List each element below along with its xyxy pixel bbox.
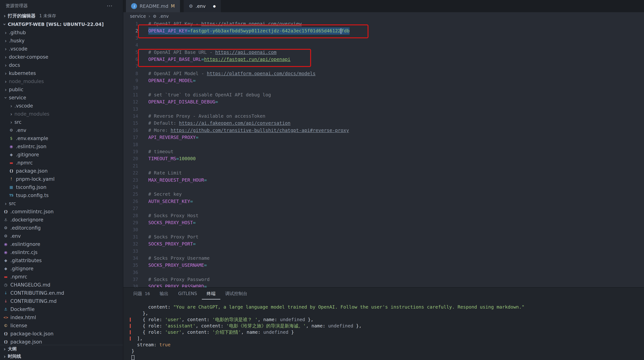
- tree-folder-kubernetes[interactable]: ›kubernetes: [0, 69, 123, 77]
- editor-line-14[interactable]: 14# Reverse Proxy - Available on accessT…: [123, 113, 644, 120]
- editor-line-12[interactable]: 12OPENAI_API_DISABLE_DEBUG=: [123, 98, 644, 105]
- tree-file-.eslintignore[interactable]: ◉.eslintignore: [0, 240, 123, 248]
- tree-file-.gitignore[interactable]: ◆.gitignore: [0, 265, 123, 273]
- tree-file-.env.example[interactable]: $.env.example: [0, 134, 123, 142]
- editor-line-29[interactable]: 29SOCKS_PROXY_HOST=: [123, 219, 644, 226]
- editor-line-5[interactable]: 5# OpenAI API Base URL - https://api.ope…: [123, 49, 644, 56]
- tree-folder-.github[interactable]: ›.github: [0, 28, 123, 37]
- tab-env[interactable]: ⚙.env●: [184, 0, 221, 12]
- editor-line-33[interactable]: 33: [123, 248, 644, 255]
- chevron-right-icon[interactable]: ›: [2, 201, 9, 206]
- chevron-down-icon[interactable]: ›: [2, 21, 8, 27]
- editor-line-17[interactable]: 17API_REVERSE_PROXY=: [123, 134, 644, 141]
- editor-line-13[interactable]: 13: [123, 106, 644, 113]
- tree-file-.env[interactable]: ⚙.env: [0, 232, 123, 240]
- tree-file-package.json[interactable]: {}package.json: [0, 167, 123, 175]
- editor-line-32[interactable]: 32SOCKS_PROXY_PORT=: [123, 241, 644, 248]
- panel-tab-terminal[interactable]: 终端: [202, 288, 220, 300]
- tree-folder-.vscode[interactable]: ›.vscode: [0, 102, 123, 110]
- tree-file-.npmrc[interactable]: ▬.npmrc: [0, 159, 123, 167]
- tree-file-pnpm-lock.yaml[interactable]: !pnpm-lock.yaml: [0, 175, 123, 183]
- tree-folder-service[interactable]: ›service: [0, 94, 123, 102]
- chevron-right-icon[interactable]: ›: [2, 70, 9, 76]
- chevron-right-icon[interactable]: ›: [2, 54, 9, 60]
- tree-file-.dockerignore[interactable]: ⚓.dockerignore: [0, 216, 123, 224]
- editor-line-6[interactable]: 6OPENAI_API_BASE_URL=https://fastgpt.run…: [123, 56, 644, 63]
- tree-file-package.json[interactable]: {}package.json: [0, 338, 123, 345]
- chevron-right-icon[interactable]: ›: [2, 87, 9, 92]
- tree-folder-src[interactable]: ›src: [0, 118, 123, 126]
- tree-file-license[interactable]: ©license: [0, 322, 123, 330]
- unsaved-dot-icon[interactable]: ●: [213, 4, 216, 8]
- editor-line-21[interactable]: 21: [123, 162, 644, 169]
- tree-file-index.html[interactable]: <>index.html: [0, 313, 123, 322]
- editor-line-24[interactable]: 24: [123, 184, 644, 191]
- tree-folder-.husky[interactable]: ›.husky: [0, 37, 123, 45]
- tree-file-tsup.config.ts[interactable]: TStsup.config.ts: [0, 191, 123, 199]
- editor-line-38[interactable]: 38SOCKS_PROXY_PASSWORD=: [123, 283, 644, 287]
- editor-line-34[interactable]: 34# Socks Proxy Username: [123, 255, 644, 262]
- editor-line-2[interactable]: 2OPENAI_API_KEY=fastgpt-y6b3axfbdd5wyp01…: [123, 27, 644, 34]
- tree-file-tsconfig.json[interactable]: ▦tsconfig.json: [0, 183, 123, 191]
- editor-line-37[interactable]: 37# Socks Proxy Password: [123, 276, 644, 283]
- tree-folder-docker-compose[interactable]: ›docker-compose: [0, 53, 123, 61]
- editor-line-23[interactable]: 23MAX_REQUEST_PER_HOUR=: [123, 177, 644, 184]
- editor-line-4[interactable]: 4: [123, 42, 644, 49]
- sidebar-section-outline[interactable]: ›大纲: [0, 345, 123, 353]
- tree-file-.commitlintrc.json[interactable]: {}.commitlintrc.json: [0, 208, 123, 216]
- breadcrumb-folder[interactable]: service: [130, 14, 146, 19]
- chevron-right-icon[interactable]: ›: [2, 46, 9, 52]
- tree-file-CONTRIBUTING.md[interactable]: ↓CONTRIBUTING.md: [0, 297, 123, 305]
- editor-line-18[interactable]: 18: [123, 141, 644, 148]
- tree-file-.gitignore[interactable]: ◆.gitignore: [0, 151, 123, 159]
- tree-file-.eslintrc.json[interactable]: ◉.eslintrc.json: [0, 142, 123, 151]
- tree-file-.editorconfig[interactable]: ⚙.editorconfig: [0, 224, 123, 232]
- tree-file-CONTRIBUTING.en.md[interactable]: ↓CONTRIBUTING.en.md: [0, 289, 123, 297]
- editor-line-28[interactable]: 28# Socks Proxy Host: [123, 212, 644, 219]
- editor-line-19[interactable]: 19# timeout: [123, 148, 644, 155]
- tree-folder-node_modules[interactable]: ›node_modules: [0, 77, 123, 85]
- editor-line-31[interactable]: 31# Socks Proxy Port: [123, 234, 644, 241]
- chevron-right-icon[interactable]: ›: [2, 346, 8, 352]
- chevron-right-icon[interactable]: ›: [2, 38, 9, 44]
- tree-file-.gitattributes[interactable]: ◆.gitattributes: [0, 256, 123, 265]
- editor-line-22[interactable]: 22# Rate Limit: [123, 169, 644, 176]
- tree-file-package-lock.json[interactable]: {}package-lock.json: [0, 330, 123, 338]
- editor-line-25[interactable]: 25# Secret key: [123, 191, 644, 198]
- chevron-down-icon[interactable]: ›: [3, 94, 9, 101]
- tree-folder-.vscode[interactable]: ›.vscode: [0, 45, 123, 53]
- tree-folder-node_modules[interactable]: ›node_modules: [0, 110, 123, 118]
- open-editors-header[interactable]: › 打开的编辑器 1 未保存: [0, 11, 123, 20]
- chevron-right-icon[interactable]: ›: [2, 354, 8, 359]
- panel-tab-gitlens[interactable]: GITLENS: [173, 288, 202, 300]
- editor-line-9[interactable]: 9OPENAI_API_MODEL=: [123, 77, 644, 84]
- chevron-right-icon[interactable]: ›: [2, 30, 9, 35]
- chevron-right-icon[interactable]: ›: [8, 111, 14, 117]
- editor-line-3[interactable]: 3: [123, 34, 644, 42]
- editor-line-27[interactable]: 27: [123, 205, 644, 212]
- editor-line-1[interactable]: 1# OpenAI API Key - https://platform.ope…: [123, 20, 644, 27]
- editor-line-8[interactable]: 8# OpenAI API Model - https://platform.o…: [123, 70, 644, 77]
- sidebar-section-timeline[interactable]: ›时间线: [0, 353, 123, 360]
- panel-tab-output[interactable]: 输出: [155, 288, 173, 300]
- editor-line-10[interactable]: 10: [123, 84, 644, 91]
- panel-tab-problems[interactable]: 问题16: [128, 288, 155, 300]
- tree-folder-public[interactable]: ›public: [0, 85, 123, 94]
- editor-line-20[interactable]: 20TIMEOUT_MS=100000: [123, 155, 644, 162]
- workspace-header[interactable]: › CHATGPT-WEB [WSL: UBUNTU-22.04]: [0, 20, 123, 28]
- editor-line-30[interactable]: 30: [123, 226, 644, 233]
- chevron-right-icon[interactable]: ›: [2, 62, 9, 68]
- editor-line-36[interactable]: 36: [123, 269, 644, 276]
- tree-file-.env[interactable]: ⚙.env: [0, 126, 123, 134]
- tree-file-.npmrc[interactable]: ▬.npmrc: [0, 273, 123, 281]
- breadcrumb-file[interactable]: .env: [159, 14, 169, 19]
- tree-file-.eslintrc.cjs[interactable]: ◉.eslintrc.cjs: [0, 248, 123, 256]
- editor-line-16[interactable]: 16# More: https://github.com/transitive-…: [123, 127, 644, 134]
- tree-file-CHANGELOG.md[interactable]: ◷CHANGELOG.md: [0, 281, 123, 289]
- editor-line-35[interactable]: 35SOCKS_PROXY_USERNAME=: [123, 262, 644, 269]
- chevron-right-icon[interactable]: ›: [2, 13, 8, 19]
- tree-file-Dockerfile[interactable]: ⚓Dockerfile: [0, 305, 123, 313]
- chevron-right-icon[interactable]: ›: [2, 79, 9, 84]
- chevron-right-icon[interactable]: ›: [8, 103, 14, 109]
- editor-line-15[interactable]: 15# Default: https://ai.fakeopen.com/api…: [123, 120, 644, 127]
